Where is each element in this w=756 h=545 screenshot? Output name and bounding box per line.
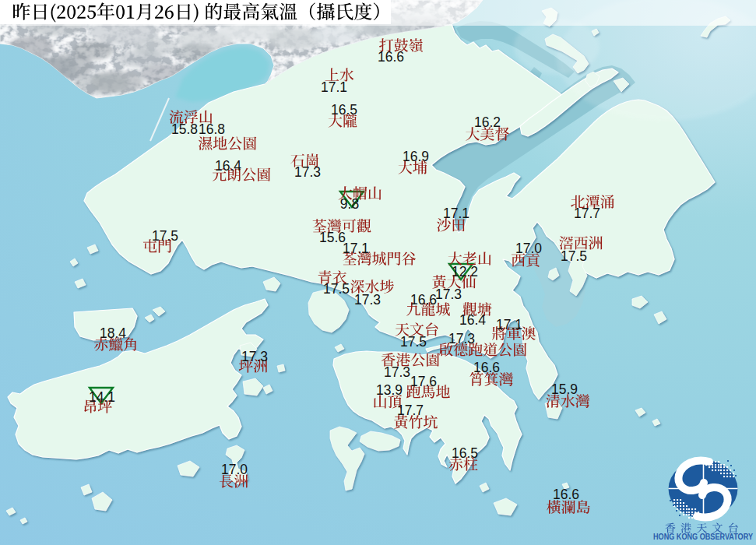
svg-text:17.5: 17.5	[152, 228, 178, 244]
svg-text:17.3: 17.3	[354, 292, 381, 308]
svg-text:17.5: 17.5	[400, 334, 427, 350]
svg-text:17.6: 17.6	[410, 374, 437, 389]
svg-text:17.3: 17.3	[384, 364, 410, 380]
svg-text:15.9: 15.9	[551, 382, 578, 397]
svg-text:15.8: 15.8	[171, 121, 198, 137]
svg-text:16.6: 16.6	[473, 360, 500, 375]
svg-text:15.6: 15.6	[319, 230, 346, 245]
svg-text:16.4: 16.4	[459, 312, 486, 328]
svg-text:17.1: 17.1	[321, 79, 347, 95]
svg-text:18.4: 18.4	[100, 325, 126, 341]
svg-text:16.6: 16.6	[378, 49, 404, 65]
svg-text:17.1: 17.1	[496, 317, 522, 332]
svg-text:16.5: 16.5	[331, 102, 357, 118]
svg-text:17.3: 17.3	[448, 331, 475, 346]
svg-text:16.9: 16.9	[403, 149, 429, 164]
svg-text:17.7: 17.7	[574, 206, 600, 221]
svg-text:14.1: 14.1	[89, 389, 115, 405]
svg-text:16.4: 16.4	[215, 158, 241, 174]
svg-text:HONG KONG OBSERVATORY: HONG KONG OBSERVATORY	[653, 533, 753, 541]
svg-text:17.1: 17.1	[343, 241, 369, 256]
svg-text:16.2: 16.2	[474, 114, 501, 130]
svg-text:17.3: 17.3	[435, 287, 462, 302]
svg-text:17.5: 17.5	[561, 248, 587, 264]
svg-text:16.6: 16.6	[410, 292, 437, 308]
svg-text:12.2: 12.2	[452, 264, 478, 280]
svg-text:9.8: 9.8	[340, 196, 359, 212]
svg-text:17.3: 17.3	[241, 349, 268, 364]
svg-text:17.0: 17.0	[221, 462, 248, 477]
svg-text:17.3: 17.3	[294, 164, 321, 180]
svg-text:17.5: 17.5	[323, 281, 350, 297]
svg-text:17.1: 17.1	[443, 206, 469, 221]
svg-text:17.7: 17.7	[397, 403, 424, 418]
svg-text:16.8: 16.8	[199, 121, 225, 137]
svg-text:16.6: 16.6	[553, 487, 579, 502]
svg-text:17.0: 17.0	[515, 241, 542, 256]
svg-text:16.5: 16.5	[452, 445, 478, 461]
svg-text:13.9: 13.9	[376, 382, 403, 398]
